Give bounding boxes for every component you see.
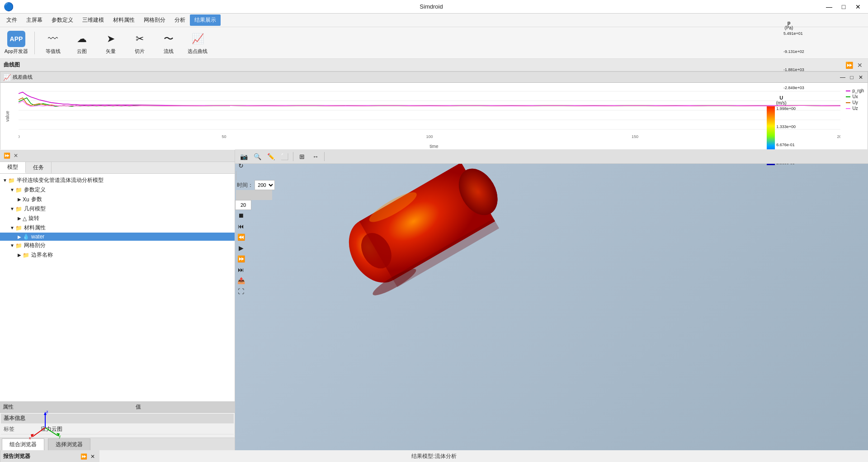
pressure-scale-unit: (Pa): [782, 25, 796, 30]
right-panel: 报告浏览器 ⏩ ✕ 9.10498e-005, Final residual =…: [0, 450, 99, 462]
velocity-v1: 1.333e+00: [776, 124, 796, 129]
color-scale-pressure: p (Pa) 5.491e+01 -9.131e+02 -1.881e+03 -…: [782, 20, 796, 90]
velocity-scale-title: U: [767, 95, 796, 100]
vt-sep1: [293, 152, 293, 161]
3d-model-svg: [298, 138, 570, 328]
pressure-v3: -1.881e+03: [783, 67, 804, 72]
svg-text:x: x: [29, 436, 31, 440]
svg-line-28: [45, 428, 58, 436]
velocity-scale-unit: (m/s): [767, 100, 796, 105]
vt-btn3[interactable]: ⬜: [278, 151, 290, 162]
right-panel-header: 报告浏览器 ⏩ ✕: [0, 450, 99, 462]
model-label: 结果模型:流体分析: [411, 452, 456, 460]
viewport-toolbar: 📷 🔍 ✏️ ⬜ ⊞ ↔: [235, 149, 868, 164]
pressure-min: -2.849e+03: [783, 86, 804, 90]
right-close-button[interactable]: ✕: [89, 452, 97, 461]
velocity-v2: 6.676e-01: [776, 143, 796, 147]
vt-move-button[interactable]: ↔: [310, 151, 321, 162]
svg-text:z: z: [46, 410, 48, 414]
vt-sep2: [324, 152, 325, 161]
axis-svg: z y x: [27, 410, 63, 446]
velocity-max: 1.998e+00: [776, 106, 796, 111]
pressure-scale-title: p: [782, 20, 796, 25]
report-browser-title: 报告浏览器: [3, 452, 30, 460]
maximize-button[interactable]: □: [837, 2, 850, 11]
right-panel-buttons: ⏩ ✕: [80, 452, 97, 461]
pressure-max: 5.491e+01: [783, 31, 804, 36]
vt-zoom-button[interactable]: 🔍: [251, 151, 263, 162]
app-title: Simdroid: [40, 3, 823, 10]
minimize-button[interactable]: —: [823, 2, 835, 11]
titlebar: 🔵 Simdroid — □ ✕: [0, 0, 868, 14]
vt-camera-button[interactable]: 📷: [238, 151, 250, 162]
right-expand-button[interactable]: ⏩: [80, 452, 88, 461]
vt-select-button[interactable]: ⊞: [296, 151, 308, 162]
svg-line-31: [33, 428, 45, 437]
pressure-v2: -9.131e+02: [783, 49, 804, 54]
3d-model-area: [0, 14, 868, 451]
axis-indicator: z y x: [27, 410, 63, 446]
vt-edit-button[interactable]: ✏️: [265, 151, 277, 162]
close-button[interactable]: ✕: [852, 2, 864, 11]
window-controls: — □ ✕: [823, 2, 864, 11]
svg-text:y: y: [59, 434, 61, 438]
main-area: ⏩ ✕ 模型 任务 ▼📁半径连续变化管道流体流动分析模型▼📁参数定义▶Xu参数▼…: [0, 149, 868, 450]
